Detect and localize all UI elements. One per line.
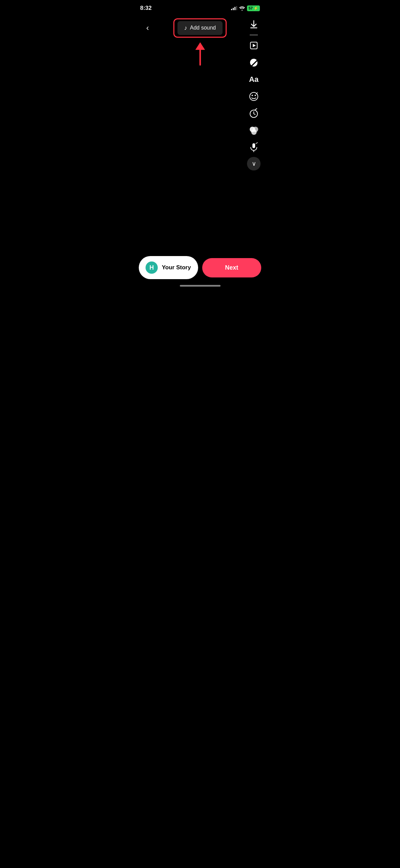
download-tool[interactable] bbox=[246, 17, 261, 32]
voice-effect-tool[interactable] bbox=[246, 140, 261, 155]
home-indicator bbox=[180, 285, 221, 287]
svg-marker-3 bbox=[195, 42, 205, 50]
chevron-down-icon: ∨ bbox=[252, 160, 256, 167]
battery-indicator: 57 ⚡ bbox=[247, 5, 260, 11]
face-effect-icon bbox=[249, 91, 259, 102]
timer-effect-icon bbox=[249, 108, 259, 119]
signal-bars-icon bbox=[231, 6, 237, 10]
clip-edit-tool[interactable] bbox=[246, 38, 261, 53]
color-filter-tool[interactable] bbox=[246, 123, 261, 138]
avatar: H bbox=[146, 261, 158, 274]
sticker-icon bbox=[249, 58, 259, 67]
clip-edit-icon bbox=[249, 41, 259, 50]
text-aa-icon: Aa bbox=[249, 75, 259, 84]
battery-level: 57 bbox=[249, 6, 253, 10]
svg-point-8 bbox=[252, 95, 253, 96]
battery-icon: ⚡ bbox=[253, 6, 258, 11]
status-icons: 57 ⚡ bbox=[231, 5, 260, 11]
next-button[interactable]: Next bbox=[202, 258, 262, 277]
download-icon bbox=[249, 20, 259, 29]
wifi-icon bbox=[239, 6, 245, 11]
sticker-tool[interactable] bbox=[246, 55, 261, 70]
add-sound-wrapper: ♪ Add sound bbox=[177, 21, 223, 35]
face-effect-tool[interactable] bbox=[246, 89, 261, 104]
next-label: Next bbox=[225, 264, 238, 271]
right-sidebar: Aa bbox=[246, 17, 261, 170]
svg-point-13 bbox=[251, 129, 257, 135]
svg-marker-6 bbox=[253, 44, 256, 47]
arrow-annotation bbox=[193, 41, 207, 69]
avatar-letter: H bbox=[150, 264, 154, 271]
svg-point-0 bbox=[242, 10, 243, 11]
more-tools-button[interactable]: ∨ bbox=[247, 157, 261, 170]
status-time: 8:32 bbox=[140, 5, 152, 12]
color-filter-icon bbox=[248, 125, 259, 136]
add-sound-button[interactable]: ♪ Add sound bbox=[177, 21, 223, 35]
back-chevron-icon: ‹ bbox=[146, 23, 149, 33]
status-bar: 8:32 57 ⚡ bbox=[133, 0, 267, 14]
back-button[interactable]: ‹ bbox=[140, 20, 155, 35]
timer-effect-tool[interactable] bbox=[246, 106, 261, 121]
annotation-arrow-icon bbox=[193, 41, 207, 68]
voice-effect-icon bbox=[249, 142, 259, 152]
your-story-label: Your Story bbox=[162, 264, 191, 271]
music-note-icon: ♪ bbox=[184, 24, 187, 32]
toolbar-divider bbox=[250, 35, 258, 35]
svg-point-9 bbox=[255, 95, 256, 96]
text-tool[interactable]: Aa bbox=[246, 72, 261, 87]
add-sound-label: Add sound bbox=[190, 25, 216, 31]
bottom-bar: H Your Story Next bbox=[133, 256, 267, 279]
your-story-button[interactable]: H Your Story bbox=[139, 256, 198, 279]
svg-rect-14 bbox=[252, 143, 255, 148]
